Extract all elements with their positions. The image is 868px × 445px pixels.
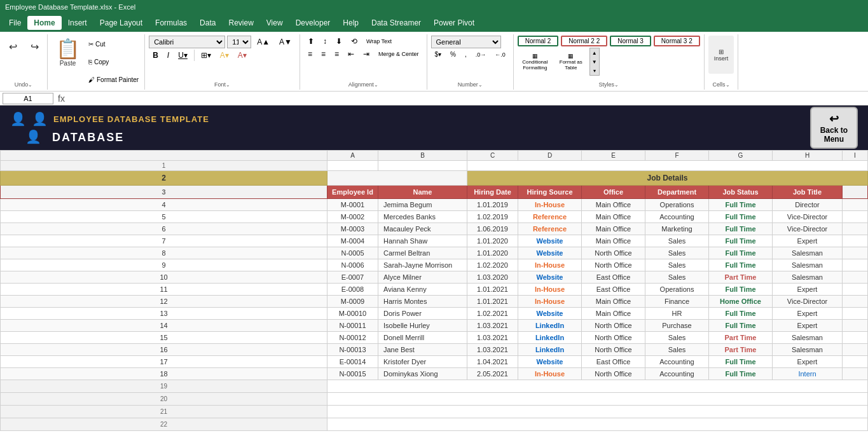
col-hiring-source[interactable]: Hiring Source <box>518 186 582 199</box>
cell-source[interactable]: LinkedIn <box>518 320 582 332</box>
cell-title[interactable]: Vice-Director <box>773 211 843 223</box>
cell-status[interactable]: Full Time <box>709 259 773 271</box>
cell-source[interactable]: Website <box>518 308 582 320</box>
cell-id[interactable]: E-00014 <box>327 356 378 368</box>
cell-name[interactable]: Isobelle Hurley <box>378 320 467 332</box>
cell-status[interactable]: Full Time <box>709 368 773 380</box>
cell-dept[interactable]: Sales <box>645 235 709 247</box>
cell-date[interactable]: 1.01.2021 <box>467 284 518 296</box>
font-family-select[interactable]: Calibri <box>149 36 225 48</box>
col-C[interactable]: C <box>467 151 518 161</box>
cell-date[interactable]: 2.05.2021 <box>467 368 518 380</box>
empty-cell[interactable] <box>327 406 868 418</box>
cell-status[interactable]: Full Time <box>709 235 773 247</box>
align-top-button[interactable]: ⬆ <box>304 36 318 47</box>
cell-name[interactable]: Jemima Begum <box>378 199 467 211</box>
cell-status[interactable]: Full Time <box>709 223 773 235</box>
align-center-button[interactable]: ≡ <box>317 48 329 60</box>
cell-office[interactable]: Main Office <box>582 296 645 308</box>
cell-office[interactable]: Main Office <box>582 211 645 223</box>
cell-name[interactable]: Jane Best <box>378 344 467 356</box>
empty-cell[interactable] <box>327 393 868 406</box>
menu-formulas[interactable]: Formulas <box>149 16 193 30</box>
cell-source[interactable]: LinkedIn <box>518 344 582 356</box>
align-left-button[interactable]: ≡ <box>304 48 316 60</box>
cell-office[interactable]: East Office <box>582 356 645 368</box>
cell-dept[interactable]: Accounting <box>645 356 709 368</box>
cell-title[interactable]: Intern <box>773 368 843 380</box>
cell-source[interactable]: Website <box>518 356 582 368</box>
cell-title[interactable]: Expert <box>773 284 843 296</box>
cell-office[interactable]: Main Office <box>582 235 645 247</box>
name-box[interactable] <box>3 93 53 104</box>
col-department[interactable]: Department <box>645 186 709 199</box>
cell-dept[interactable]: Accounting <box>645 368 709 380</box>
cell-title[interactable]: Salesman <box>773 344 843 356</box>
insert-button[interactable]: ⊞ Insert <box>708 36 734 74</box>
alignment-group-label[interactable]: Alignment <box>304 81 423 88</box>
cell-source[interactable]: Reference <box>518 211 582 223</box>
cell-name[interactable]: Kristofer Dyer <box>378 356 467 368</box>
percent-button[interactable]: % <box>446 50 460 59</box>
cell-name[interactable]: Aviana Kenny <box>378 284 467 296</box>
cell-source[interactable]: In-House <box>518 199 582 211</box>
cell-title[interactable]: Expert <box>773 308 843 320</box>
undo-button[interactable]: ↩ <box>3 38 23 55</box>
cell-status[interactable]: Part Time <box>709 271 773 284</box>
cell-office[interactable]: North Office <box>582 320 645 332</box>
cell-source[interactable]: Website <box>518 247 582 259</box>
comma-button[interactable]: , <box>461 50 471 59</box>
cells-group-label[interactable]: Cells <box>713 81 730 88</box>
menu-home[interactable]: Home <box>27 16 61 30</box>
cell-1c[interactable] <box>467 161 868 171</box>
cell-title[interactable]: Expert <box>773 235 843 247</box>
cell-1a[interactable] <box>327 161 378 171</box>
cell-dept[interactable]: Operations <box>645 284 709 296</box>
cell-id[interactable]: M-0001 <box>327 199 378 211</box>
cell-id[interactable]: M-0002 <box>327 211 378 223</box>
back-to-menu-button[interactable]: ↩ Back to Menu <box>810 107 858 149</box>
cell-office[interactable]: Main Office <box>582 199 645 211</box>
col-I[interactable]: I <box>843 151 868 161</box>
cell-date[interactable]: 1.02.2021 <box>467 308 518 320</box>
function-icon[interactable]: fx <box>56 93 67 104</box>
cell-title[interactable]: Expert <box>773 320 843 332</box>
cell-title[interactable]: Director <box>773 199 843 211</box>
col-office[interactable]: Office <box>582 186 645 199</box>
normal3-style[interactable]: Normal 3 <box>610 36 651 46</box>
cell-source[interactable]: In-House <box>518 296 582 308</box>
format-as-table-button[interactable]: ▦ Format asTable <box>555 51 587 72</box>
menu-data[interactable]: Data <box>193 16 222 30</box>
cell-id[interactable]: N-0006 <box>327 259 378 271</box>
cell-status[interactable]: Full Time <box>709 211 773 223</box>
col-job-status[interactable]: Job Status <box>709 186 773 199</box>
cell-date[interactable]: 1.02.2020 <box>467 259 518 271</box>
cell-name[interactable]: Carmel Beltran <box>378 247 467 259</box>
cell-source[interactable]: Website <box>518 235 582 247</box>
cell-office[interactable]: North Office <box>582 332 645 344</box>
cell-office[interactable]: North Office <box>582 368 645 380</box>
cell-status[interactable]: Full Time <box>709 356 773 368</box>
cell-dept[interactable]: Accounting <box>645 211 709 223</box>
col-hiring-date[interactable]: Hiring Date <box>467 186 518 199</box>
text-direction-button[interactable]: ⟲ <box>347 36 361 47</box>
cell-status[interactable]: Full Time <box>709 308 773 320</box>
format-painter-button[interactable]: 🖌 Format Painter <box>86 76 141 84</box>
cell-title[interactable]: Salesman <box>773 271 843 284</box>
underline-button[interactable]: U▾ <box>174 50 191 61</box>
cell-name[interactable]: Dominykas Xiong <box>378 368 467 380</box>
menu-power-pivot[interactable]: Power Pivot <box>427 16 481 30</box>
cell-source[interactable]: In-House <box>518 284 582 296</box>
border-button[interactable]: ⊞▾ <box>197 50 215 61</box>
cell-id[interactable]: N-0005 <box>327 247 378 259</box>
currency-button[interactable]: $▾ <box>431 50 446 59</box>
cell-status[interactable]: Full Time <box>709 199 773 211</box>
cell-date[interactable]: 1.03.2021 <box>467 332 518 344</box>
cell-status[interactable]: Part Time <box>709 332 773 344</box>
cell-title[interactable]: Salesman <box>773 332 843 344</box>
cell-date[interactable]: 1.01.2020 <box>467 235 518 247</box>
font-color-button[interactable]: A▾ <box>234 50 251 61</box>
styles-scroll-expand[interactable]: ▾ <box>590 66 599 75</box>
cell-status[interactable]: Part Time <box>709 344 773 356</box>
align-right-button[interactable]: ≡ <box>331 48 343 60</box>
